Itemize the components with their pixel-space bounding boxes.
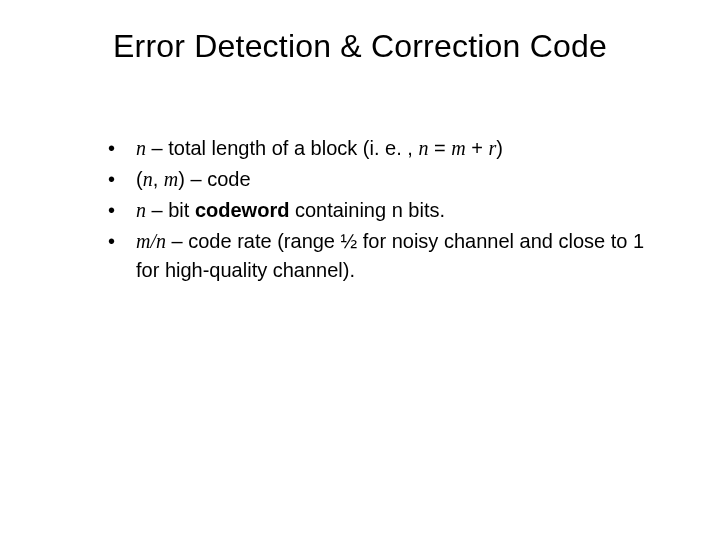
text: ): [496, 137, 503, 159]
list-item: • n – total length of a block (i. e. , n…: [108, 134, 660, 163]
bullet-list: • n – total length of a block (i. e. , n…: [108, 134, 660, 287]
slide-title: Error Detection & Correction Code: [0, 28, 720, 65]
bullet-dot: •: [108, 165, 136, 194]
var-n: n: [136, 199, 146, 221]
var-m: m: [451, 137, 465, 159]
text: ) – code: [178, 168, 250, 190]
text: – code rate (range ½ for noisy channel a…: [136, 230, 644, 281]
text: ,: [153, 168, 164, 190]
bullet-dot: •: [108, 227, 136, 256]
list-item: • n – bit codeword containing n bits.: [108, 196, 660, 225]
var-n: n: [143, 168, 153, 190]
text: (: [136, 168, 143, 190]
bullet-text: n – bit codeword containing n bits.: [136, 196, 660, 225]
slide: Error Detection & Correction Code • n – …: [0, 0, 720, 540]
var-n: n: [418, 137, 428, 159]
bullet-text: m/n – code rate (range ½ for noisy chann…: [136, 227, 660, 285]
text: – bit: [146, 199, 195, 221]
bullet-text: n – total length of a block (i. e. , n =…: [136, 134, 660, 163]
var-mn: m/n: [136, 230, 166, 252]
var-n: n: [136, 137, 146, 159]
bold-codeword: codeword: [195, 199, 289, 221]
bullet-text: (n, m) – code: [136, 165, 660, 194]
bullet-dot: •: [108, 196, 136, 225]
var-m: m: [164, 168, 178, 190]
text: – total length of a block (i. e. ,: [146, 137, 418, 159]
bullet-dot: •: [108, 134, 136, 163]
list-item: • m/n – code rate (range ½ for noisy cha…: [108, 227, 660, 285]
text: +: [466, 137, 489, 159]
text: containing n bits.: [289, 199, 445, 221]
list-item: • (n, m) – code: [108, 165, 660, 194]
text: =: [428, 137, 451, 159]
